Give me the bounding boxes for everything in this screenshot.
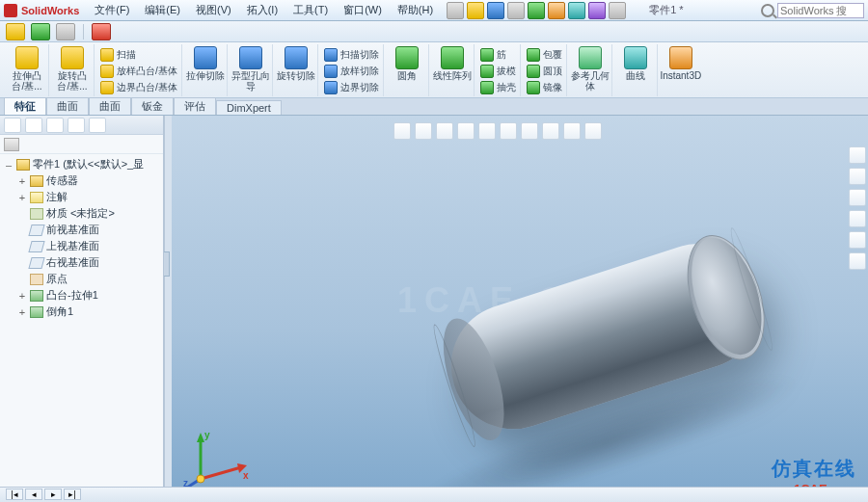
zoom-area-icon[interactable] xyxy=(415,122,432,140)
chamfer-feature-icon xyxy=(30,306,43,318)
custom-props-tab-icon[interactable] xyxy=(849,252,866,270)
file-explorer-tab-icon[interactable] xyxy=(849,189,866,206)
section-view-icon[interactable] xyxy=(457,122,475,140)
tab-surfaces[interactable]: 曲面 xyxy=(46,97,89,115)
task-pane-tabs xyxy=(847,143,868,274)
wrap-button[interactable]: 包覆 xyxy=(525,46,564,63)
pager-first-icon[interactable]: |◂ xyxy=(6,489,23,500)
select-tool-icon[interactable] xyxy=(56,23,75,40)
menu-help[interactable]: 帮助(H) xyxy=(392,1,439,19)
select-icon[interactable] xyxy=(588,2,606,19)
hide-show-icon[interactable] xyxy=(521,122,538,140)
dome-button[interactable]: 圆顶 xyxy=(525,63,564,79)
display-style-icon[interactable] xyxy=(500,122,517,140)
draft-button[interactable]: 拔模 xyxy=(478,63,518,79)
shell-button[interactable]: 抽壳 xyxy=(478,79,518,95)
search-input[interactable] xyxy=(777,3,864,18)
rib-button[interactable]: 筋 xyxy=(478,46,518,63)
new-icon[interactable] xyxy=(447,2,464,19)
plane-icon xyxy=(28,225,44,236)
loft-cut-button[interactable]: 放样切除 xyxy=(322,63,381,79)
instant3d-button[interactable]: Instant3D xyxy=(662,46,700,81)
edit-scene-icon[interactable] xyxy=(542,122,559,140)
property-manager-tab-icon[interactable] xyxy=(25,118,42,133)
undo-icon[interactable] xyxy=(568,2,585,19)
loft-button[interactable]: 放样凸台/基体 xyxy=(98,63,179,79)
sketch-icon[interactable] xyxy=(6,23,25,40)
svg-line-3 xyxy=(201,467,241,479)
tab-sheetmetal[interactable]: 钣金 xyxy=(131,97,174,115)
pane-resize-handle[interactable] xyxy=(164,251,170,277)
previous-view-icon[interactable] xyxy=(436,122,453,140)
tab-evaluate[interactable]: 评估 xyxy=(174,97,216,115)
appearance-quick-icon[interactable] xyxy=(92,23,111,40)
configuration-manager-tab-icon[interactable] xyxy=(46,118,64,133)
tree-item-sensors[interactable]: +传感器 xyxy=(4,172,161,189)
sweep-cut-button[interactable]: 扫描切除 xyxy=(322,46,381,63)
menu-window[interactable]: 窗口(W) xyxy=(338,1,388,19)
command-manager: 拉伸凸台/基... 旋转凸台/基... 扫描 放样凸台/基体 边界凸台/基体 拉… xyxy=(0,42,868,98)
boundary-cut-button[interactable]: 边界切除 xyxy=(322,79,381,95)
view-triad[interactable]: y x z xyxy=(172,411,258,498)
hole-wizard-button[interactable]: 异型孔向导 xyxy=(231,46,270,92)
view-orientation-icon[interactable] xyxy=(478,122,496,140)
dimxpert-manager-tab-icon[interactable] xyxy=(68,118,85,133)
menu-edit[interactable]: 编辑(E) xyxy=(139,1,186,19)
rebuild-icon[interactable] xyxy=(528,2,545,19)
tab-features[interactable]: 特征 xyxy=(4,97,46,115)
pager-next-icon[interactable]: ▸ xyxy=(44,489,62,500)
sheet-pager: |◂ ◂ ▸ ▸| xyxy=(6,489,81,500)
filter-icon[interactable] xyxy=(4,138,19,151)
options-icon[interactable] xyxy=(548,2,565,19)
menu-tools[interactable]: 工具(T) xyxy=(287,1,334,19)
boundary-button[interactable]: 边界凸台/基体 xyxy=(98,79,179,95)
appearances-tab-icon[interactable] xyxy=(849,231,866,249)
open-icon[interactable] xyxy=(467,2,484,19)
save-icon[interactable] xyxy=(487,2,504,19)
menu-view[interactable]: 视图(V) xyxy=(190,1,237,19)
tree-item-top-plane[interactable]: 上视基准面 xyxy=(4,238,161,254)
menu-insert[interactable]: 拓入(I) xyxy=(241,1,284,19)
ref-geometry-button[interactable]: 参考几何体 xyxy=(571,46,610,92)
tree-item-right-plane[interactable]: 右视基准面 xyxy=(4,254,161,271)
tree-item-chamfer1[interactable]: +倒角1 xyxy=(4,304,161,320)
mirror-button[interactable]: 镜像 xyxy=(525,79,564,95)
pane-splitter[interactable] xyxy=(164,116,172,502)
tree-root[interactable]: – 零件1 (默认<<默认>_显 xyxy=(4,156,161,172)
view-palette-tab-icon[interactable] xyxy=(849,210,866,227)
revolve-boss-button[interactable]: 旋转凸台/基... xyxy=(53,46,92,92)
menu-file[interactable]: 文件(F) xyxy=(89,1,135,19)
apply-appearance-icon[interactable] xyxy=(563,122,581,140)
feature-manager-tab-icon[interactable] xyxy=(4,118,21,133)
pager-last-icon[interactable]: ▸| xyxy=(64,489,81,500)
tree-item-origin[interactable]: 原点 xyxy=(4,271,161,287)
zoom-fit-icon[interactable] xyxy=(393,122,411,140)
fillet-button[interactable]: 圆角 xyxy=(388,46,426,81)
annotation-icon xyxy=(30,192,43,203)
print-icon[interactable] xyxy=(507,2,525,19)
display-manager-tab-icon[interactable] xyxy=(89,118,106,133)
extrude-boss-button[interactable]: 拉伸凸台/基... xyxy=(8,46,46,92)
curves-button[interactable]: 曲线 xyxy=(616,46,655,81)
tab-dimxpert[interactable]: DimXpert xyxy=(216,100,282,115)
linear-pattern-button[interactable]: 线性阵列 xyxy=(433,46,472,81)
svg-text:x: x xyxy=(243,470,249,481)
graphics-viewport[interactable]: 1CAE.COM y x z 仿真在线 www.1CAE.com xyxy=(172,116,868,502)
tree-item-material[interactable]: 材质 <未指定> xyxy=(4,205,161,222)
svg-marker-1 xyxy=(197,433,204,442)
tab-surfaces2[interactable]: 曲面 xyxy=(89,97,131,115)
model-cylinder[interactable] xyxy=(390,192,822,502)
revolve-cut-button[interactable]: 旋转切除 xyxy=(277,46,315,81)
sweep-button[interactable]: 扫描 xyxy=(98,46,179,63)
smart-dim-icon[interactable] xyxy=(31,23,50,40)
tree-item-boss-extrude1[interactable]: +凸台-拉伸1 xyxy=(4,287,161,304)
pager-prev-icon[interactable]: ◂ xyxy=(25,489,42,500)
view-settings-icon[interactable] xyxy=(584,122,602,140)
design-library-tab-icon[interactable] xyxy=(849,168,866,185)
more-icon[interactable] xyxy=(609,2,626,19)
extrude-cut-button[interactable]: 拉伸切除 xyxy=(186,46,225,81)
menu-bar: SolidWorks 文件(F) 编辑(E) 视图(V) 拓入(I) 工具(T)… xyxy=(0,0,868,21)
tree-item-front-plane[interactable]: 前视基准面 xyxy=(4,222,161,238)
tree-item-annotations[interactable]: +注解 xyxy=(4,189,161,205)
resources-tab-icon[interactable] xyxy=(849,146,866,164)
